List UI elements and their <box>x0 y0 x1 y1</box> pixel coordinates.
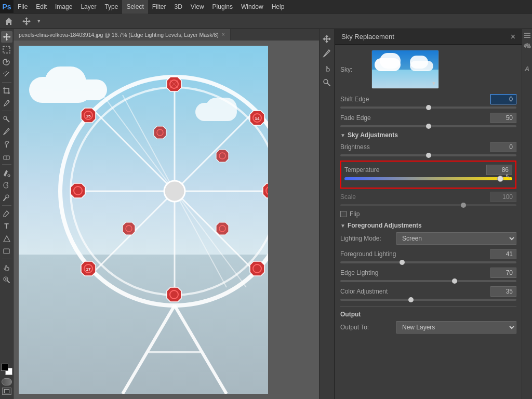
tool-separator-5 <box>2 259 11 259</box>
edge-lighting-control: Edge Lighting 70 <box>340 268 516 282</box>
temperature-slider-track[interactable] <box>344 177 512 180</box>
svg-marker-56 <box>216 222 229 235</box>
sky-adjustments-caret[interactable]: ▼ <box>340 132 345 138</box>
tool-path-select[interactable] <box>1 233 12 244</box>
menu-view[interactable]: View <box>187 0 208 14</box>
foreground-adjustments-caret[interactable]: ▼ <box>340 223 345 229</box>
sky-zoom-icon[interactable] <box>321 77 332 88</box>
menu-layer[interactable]: Layer <box>76 0 100 14</box>
canvas-tab[interactable]: pexels-elina-volkova-18403914.jpg @ 16.7… <box>14 29 231 41</box>
tool-marquee-rect[interactable] <box>1 44 12 55</box>
tool-brush[interactable] <box>1 126 12 137</box>
screen-mode[interactable] <box>2 388 11 395</box>
tool-dodge[interactable] <box>1 192 12 203</box>
tool-crop[interactable] <box>1 85 12 96</box>
foreground-lighting-slider-track[interactable] <box>340 261 516 263</box>
sky-adjustments-header: ▼ Sky Adjustments <box>340 131 516 139</box>
scale-slider-track[interactable] <box>340 204 516 206</box>
sky-hand-pan-icon[interactable] <box>321 62 332 74</box>
tool-eraser[interactable] <box>1 151 12 162</box>
scale-control: Scale 100 <box>340 192 516 206</box>
color-adjustment-slider-thumb[interactable] <box>408 297 414 302</box>
menu-help[interactable]: Help <box>268 0 289 14</box>
menu-edit[interactable]: Edit <box>32 0 51 14</box>
tool-clone[interactable] <box>1 138 12 150</box>
right-panel-icon-text[interactable]: A <box>523 64 531 73</box>
scale-slider-thumb[interactable] <box>461 203 466 208</box>
sky-move-icon[interactable] <box>321 33 332 45</box>
svg-point-30 <box>164 181 185 202</box>
shift-edge-input[interactable] <box>490 94 516 104</box>
scale-value[interactable]: 100 <box>490 192 516 202</box>
tool-hand[interactable] <box>1 261 12 273</box>
foreground-lighting-control: Foreground Lighting 41 <box>340 249 516 263</box>
fade-edge-slider-track[interactable] <box>340 125 516 127</box>
brightness-slider-thumb[interactable] <box>426 153 431 158</box>
tool-separator-2 <box>2 111 11 111</box>
edge-lighting-slider-thumb[interactable] <box>452 278 457 284</box>
tool-paint-bucket[interactable] <box>1 167 12 178</box>
shift-edge-slider-thumb[interactable] <box>426 105 431 110</box>
tool-eyedropper[interactable] <box>1 97 12 109</box>
menu-image[interactable]: Image <box>51 0 76 14</box>
svg-line-16 <box>4 197 6 201</box>
svg-marker-47 <box>71 183 85 198</box>
sky-adjustments-title: Sky Adjustments <box>348 131 398 139</box>
fade-edge-value[interactable]: 50 <box>490 113 516 123</box>
output-to-label: Output To: <box>340 324 392 331</box>
color-chips[interactable] <box>1 364 12 375</box>
temperature-slider-thumb[interactable] <box>497 176 503 182</box>
quick-mask[interactable] <box>2 378 12 385</box>
brightness-label: Brightness <box>340 143 370 151</box>
shift-edge-slider-track[interactable] <box>340 107 516 109</box>
lighting-mode-select[interactable]: Screen Multiply Normal <box>396 232 516 245</box>
tool-lasso[interactable] <box>1 56 12 68</box>
sky-brush-icon[interactable] <box>321 48 332 59</box>
svg-line-60 <box>123 305 175 394</box>
options-bar: ▾ <box>0 14 532 29</box>
temperature-value[interactable]: 86 <box>486 165 512 175</box>
menu-type[interactable]: Type <box>100 0 122 14</box>
tool-rectangle[interactable] <box>1 245 12 257</box>
output-to-select[interactable]: New Layers Duplicate Layer Current Layer <box>396 321 516 334</box>
svg-marker-40 <box>250 261 264 276</box>
canvas-tab-close[interactable]: × <box>222 29 225 41</box>
edge-lighting-value[interactable]: 70 <box>490 268 516 278</box>
foreground-lighting-slider-thumb[interactable] <box>400 260 405 265</box>
menu-window[interactable]: Window <box>237 0 268 14</box>
flip-checkbox[interactable] <box>340 211 347 217</box>
edge-lighting-label: Edge Lighting <box>340 269 378 276</box>
brightness-value[interactable]: 0 <box>490 142 516 152</box>
menu-plugins[interactable]: Plugins <box>208 0 237 14</box>
menu-filter[interactable]: Filter <box>148 0 170 14</box>
color-adjustment-slider-track[interactable] <box>340 299 516 301</box>
tool-move[interactable] <box>1 31 12 43</box>
tool-magic-wand[interactable] <box>1 69 12 80</box>
tool-zoom[interactable] <box>1 274 12 285</box>
menu-select[interactable]: Select <box>122 0 148 14</box>
menu-file[interactable]: File <box>14 0 32 14</box>
menu-3d[interactable]: 3D <box>170 0 186 14</box>
sky-panel-close-button[interactable]: × <box>511 32 515 42</box>
move-icon[interactable] <box>22 17 31 26</box>
move-options: ▾ <box>37 18 41 24</box>
tool-pen[interactable] <box>1 208 12 219</box>
tool-text[interactable]: T <box>1 220 12 232</box>
svg-rect-67 <box>524 35 530 36</box>
home-icon[interactable] <box>4 17 14 26</box>
shift-edge-control: Shift Edge <box>340 94 516 109</box>
tool-blur[interactable] <box>1 179 12 191</box>
foreground-lighting-value[interactable]: 41 <box>490 249 516 259</box>
svg-marker-58 <box>123 222 135 235</box>
sky-dropdown-arrow[interactable]: ▼ <box>431 81 436 86</box>
brightness-slider-track[interactable] <box>340 154 516 156</box>
tool-spot-heal[interactable] <box>1 113 12 125</box>
svg-line-4 <box>5 72 9 76</box>
right-panel-icon-1[interactable] <box>523 31 531 39</box>
svg-marker-0 <box>5 18 12 25</box>
right-panel-icon-2[interactable] <box>523 42 531 50</box>
edge-lighting-slider-track[interactable] <box>340 280 516 282</box>
fade-edge-slider-thumb[interactable] <box>426 124 431 129</box>
sky-thumbnail[interactable]: ▼ <box>371 50 439 89</box>
color-adjustment-value[interactable]: 35 <box>490 286 516 297</box>
